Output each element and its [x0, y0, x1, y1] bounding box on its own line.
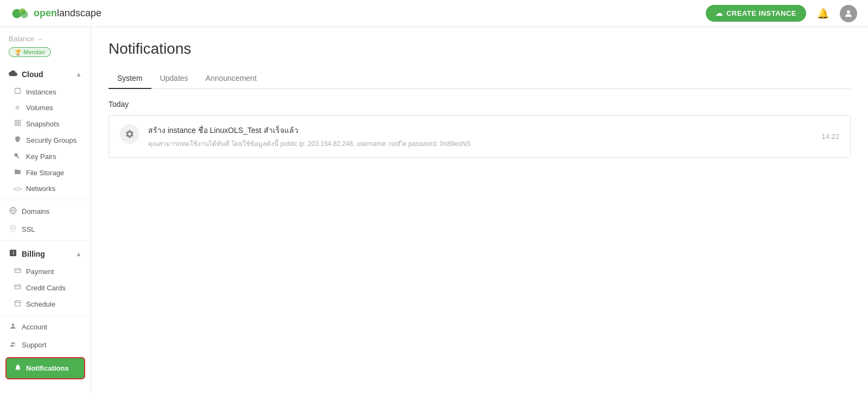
sidebar-item-support[interactable]: Support: [0, 336, 91, 354]
cloud-icon: ☁: [716, 9, 723, 17]
svg-rect-13: [15, 269, 21, 273]
credit-cards-icon: [13, 283, 22, 292]
app-body: Balance → 🏆 Member Cloud ▲ Ins: [0, 27, 868, 394]
page-title: Notifications: [108, 40, 851, 58]
divider-3: [0, 315, 91, 316]
instances-icon: [13, 87, 22, 96]
section-date: Today: [108, 100, 851, 109]
billing-chevron-icon: ▲: [75, 250, 82, 258]
notifications-btn-icon: [14, 364, 22, 373]
balance-arrow-icon: →: [36, 35, 43, 43]
sidebar-item-credit-cards[interactable]: Credit Cards: [0, 279, 91, 296]
volumes-icon: ≡: [13, 104, 22, 112]
main-content: Notifications System Updates Announcemen…: [91, 27, 868, 394]
sidebar-balance[interactable]: Balance →: [0, 27, 91, 47]
svg-point-21: [12, 323, 15, 326]
bell-button[interactable]: 🔔: [815, 5, 831, 22]
notification-detail: คุณสามารถทดใช้งานได้ทันที โดยใช้ข้อมูลดั…: [148, 138, 813, 149]
billing-section: Billing ▲ Payment Credit Cards: [0, 243, 91, 313]
sidebar-item-instances[interactable]: Instances: [0, 84, 91, 100]
svg-rect-5: [15, 120, 17, 123]
avatar-button[interactable]: [840, 5, 857, 22]
cloud-chevron-icon: ▲: [75, 71, 82, 78]
tabs-bar: System Updates Announcement: [108, 68, 851, 89]
billing-section-icon: [9, 249, 17, 259]
ssl-icon: [9, 225, 17, 234]
file-storage-icon: [13, 168, 22, 177]
cloud-section-icon: [9, 69, 17, 79]
sidebar-item-domains[interactable]: Domains: [0, 202, 91, 220]
sidebar-item-schedule[interactable]: Schedule: [0, 296, 91, 312]
tab-updates[interactable]: Updates: [151, 68, 197, 89]
sidebar-item-volumes[interactable]: ≡ Volumes: [0, 100, 91, 116]
member-icon: 🏆: [15, 49, 21, 55]
sidebar-item-file-storage[interactable]: File Storage: [0, 164, 91, 181]
snapshots-icon: [13, 119, 22, 128]
account-icon: [9, 322, 17, 332]
sidebar: Balance → 🏆 Member Cloud ▲ Ins: [0, 27, 91, 394]
cloud-section: Cloud ▲ Instances ≡ Volumes Snapshots: [0, 63, 91, 198]
create-instance-button[interactable]: ☁ CREATE INSTANCE: [706, 5, 806, 22]
sidebar-item-account[interactable]: Account: [0, 318, 91, 336]
payment-icon: [13, 267, 22, 276]
divider-2: [0, 240, 91, 241]
domains-icon: [9, 207, 17, 216]
key-pairs-icon: [13, 152, 22, 161]
networks-icon: </>: [13, 186, 22, 192]
svg-rect-7: [15, 124, 17, 126]
tab-announcement[interactable]: Announcement: [197, 68, 265, 89]
sidebar-item-security-groups[interactable]: Security Groups: [0, 132, 91, 148]
sidebar-item-key-pairs[interactable]: Key Pairs: [0, 148, 91, 164]
svg-point-3: [847, 10, 850, 14]
sidebar-notifications-button[interactable]: Notifications: [5, 357, 85, 379]
svg-rect-6: [18, 120, 20, 123]
notification-body: สร้าง instance ชื่อ LinuxOLS_Test สำเร็จ…: [148, 124, 813, 149]
sidebar-item-payment[interactable]: Payment: [0, 263, 91, 279]
divider-1: [0, 200, 91, 200]
logo: openlandscape: [11, 7, 101, 20]
security-groups-icon: [13, 136, 22, 144]
notification-title: สร้าง instance ชื่อ LinuxOLS_Test สำเร็จ…: [148, 124, 813, 136]
navbar: openlandscape ☁ CREATE INSTANCE 🔔: [0, 0, 868, 27]
notification-time: 14:22: [821, 132, 839, 141]
svg-point-23: [13, 342, 15, 345]
svg-rect-15: [15, 285, 21, 289]
tab-system[interactable]: System: [108, 68, 151, 89]
cloud-section-header[interactable]: Cloud ▲: [0, 65, 91, 84]
logo-icon: [11, 7, 30, 20]
avatar-icon: [844, 9, 853, 18]
svg-point-22: [11, 342, 14, 345]
sidebar-item-ssl[interactable]: SSL: [0, 220, 91, 238]
support-icon: [9, 340, 17, 349]
member-badge: 🏆 Member: [9, 47, 51, 57]
sidebar-item-networks[interactable]: </> Networks: [0, 181, 91, 196]
svg-point-12: [12, 227, 14, 228]
notification-item: สร้าง instance ชื่อ LinuxOLS_Test สำเร็จ…: [108, 115, 851, 158]
sidebar-item-snapshots[interactable]: Snapshots: [0, 116, 91, 132]
notification-gear-icon: [120, 124, 139, 144]
logo-text: openlandscape: [34, 8, 101, 19]
billing-section-header[interactable]: Billing ▲: [0, 244, 91, 263]
navbar-right: ☁ CREATE INSTANCE 🔔: [706, 5, 857, 22]
svg-point-2: [21, 10, 28, 18]
svg-rect-17: [15, 301, 20, 306]
svg-rect-8: [18, 124, 20, 126]
svg-rect-4: [15, 88, 20, 94]
schedule-icon: [13, 300, 22, 308]
